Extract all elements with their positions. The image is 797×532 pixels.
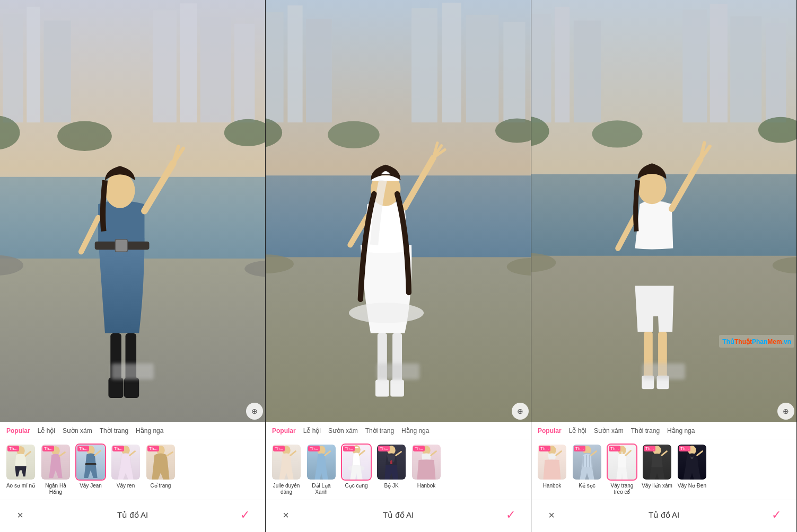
svg-line-115	[697, 451, 703, 456]
compare-button-1[interactable]: ⊕	[246, 403, 263, 420]
svg-rect-3	[43, 21, 71, 123]
panel-2: ⊕ Popular Lễ hội Sườn xám Thời trang Hằn…	[266, 0, 531, 532]
style-label-hanbok2: Hanbok	[417, 483, 435, 489]
style-item-dailua[interactable]: Th... Dải Lụa Xanh	[306, 444, 337, 495]
tab-suonxam-3[interactable]: Sườn xám	[594, 427, 624, 435]
style-item-cucung[interactable]: Th... Cục cưng	[341, 444, 372, 495]
confirm-button-1[interactable]: ✓	[235, 506, 255, 525]
panel-1: ⊕ Popular Lễ hội Sườn xám Thời trang Hằn…	[0, 0, 266, 532]
style-badge-julie: Th...	[273, 446, 285, 451]
style-item-bojk[interactable]: Th... Bộ JK	[376, 444, 407, 495]
svg-line-76	[431, 451, 436, 456]
style-item-vayjean[interactable]: Th... Váy Jean	[75, 444, 106, 495]
style-item-hanbok2[interactable]: Th... Hanbok	[411, 444, 442, 495]
photo-bg-2: ⊕	[266, 0, 531, 422]
svg-point-23	[105, 173, 135, 208]
svg-rect-6	[200, 17, 231, 122]
svg-point-9	[57, 121, 112, 151]
style-label-bojk: Bộ JK	[384, 483, 398, 489]
tab-lehoi-1[interactable]: Lễ hội	[38, 427, 55, 435]
svg-rect-78	[531, 14, 551, 122]
svg-rect-38	[266, 12, 284, 122]
svg-line-32	[95, 451, 101, 456]
style-badge-hanbok3: Th...	[539, 446, 550, 451]
style-thumb-cucung: Th...	[341, 444, 372, 481]
style-label-vayren: Váy ren	[117, 483, 135, 489]
cancel-button-1[interactable]: ×	[11, 506, 30, 525]
tab-thoitrang-2[interactable]: Thời trang	[365, 427, 394, 435]
styles-row-1: Th... Áo sơ mí nữ Th...	[0, 439, 265, 500]
tab-lehoi-3[interactable]: Lễ hội	[569, 427, 586, 435]
watermark-phan: Phan	[752, 338, 767, 345]
action-bar-1: × Tủ đồ AI ✓	[0, 500, 265, 532]
confirm-button-2[interactable]: ✓	[501, 506, 520, 525]
style-item-julie[interactable]: Th... Julie duyên dáng	[271, 444, 302, 495]
svg-rect-84	[766, 23, 786, 122]
style-thumb-hanbok3: Th...	[537, 444, 567, 481]
compare-button-2[interactable]: ⊕	[512, 403, 529, 420]
bottom-controls-1: Popular Lễ hội Sườn xám Thời trang Hằng …	[0, 422, 265, 532]
svg-line-111	[626, 451, 631, 456]
style-label-nganhahong: Ngân Hà Hồng	[40, 483, 71, 495]
svg-rect-20	[115, 240, 127, 252]
svg-rect-18	[124, 378, 139, 398]
style-item-cotrang[interactable]: Th... Cổ trang	[145, 444, 176, 495]
watermark-mem: Mem	[767, 338, 782, 345]
style-item-vaynoden[interactable]: Th... Váy Nơ Đen	[677, 444, 707, 495]
style-item-aosomi[interactable]: Th... Áo sơ mí nữ	[5, 444, 36, 495]
photo-area-1: ⊕	[0, 0, 265, 422]
category-tabs-1: Popular Lễ hội Sườn xám Thời trang Hằng …	[0, 422, 265, 439]
tab-thoitrang-3[interactable]: Thời trang	[631, 427, 660, 435]
svg-rect-5	[180, 3, 197, 122]
style-item-hanbok3[interactable]: Th... Hanbok	[537, 444, 567, 495]
tab-lehoi-2[interactable]: Lễ hội	[303, 427, 321, 435]
photo-area-2: ⊕	[266, 0, 531, 422]
bottom-controls-2: Popular Lễ hội Sườn xám Thời trang Hằng …	[266, 422, 531, 532]
cancel-button-3[interactable]: ×	[542, 506, 561, 525]
style-badge-cucung: Th...	[343, 446, 355, 451]
style-badge-nganhahong: Th...	[42, 446, 54, 451]
svg-rect-41	[411, 8, 437, 122]
style-item-vayren[interactable]: Th... Váy ren	[110, 444, 141, 495]
action-bar-3: × Tủ đồ AI ✓	[531, 500, 796, 532]
svg-rect-80	[574, 21, 601, 123]
action-bar-2: × Tủ đồ AI ✓	[266, 500, 531, 532]
tab-popular-3[interactable]: Popular	[538, 427, 562, 435]
tab-popular-2[interactable]: Popular	[272, 427, 296, 435]
tab-hangnga-2[interactable]: Hằng nga	[401, 427, 429, 435]
watermark-thu: Thủ	[722, 338, 734, 345]
tab-suonxam-2[interactable]: Sườn xám	[328, 427, 358, 435]
style-item-vaytrang[interactable]: Th... Váy trang treo cổ	[607, 444, 637, 495]
svg-rect-17	[108, 378, 123, 398]
tab-hangnga-1[interactable]: Hằng nga	[136, 427, 163, 435]
svg-rect-69	[354, 447, 358, 448]
watermark-blur-3	[643, 363, 685, 379]
style-thumb-nganhahong: Th...	[40, 444, 71, 481]
svg-rect-44	[503, 22, 525, 122]
svg-line-108	[591, 451, 597, 456]
category-tabs-3: Popular Lễ hội Sườn xám Thời trang Hằng …	[531, 422, 796, 439]
compare-button-3[interactable]: ⊕	[777, 403, 794, 420]
svg-rect-7	[234, 24, 255, 122]
style-item-kesoc[interactable]: Th... Kẻ sọc	[572, 444, 602, 495]
confirm-button-3[interactable]: ✓	[767, 506, 786, 525]
style-item-nganhahong[interactable]: Th... Ngân Hà Hồng	[40, 444, 71, 495]
tab-thoitrang-1[interactable]: Thời trang	[100, 427, 128, 435]
svg-rect-39	[287, 5, 302, 122]
style-item-vaylienxam[interactable]: Th... Váy liền xám	[642, 444, 672, 495]
tab-hangnga-3[interactable]: Hằng nga	[667, 427, 695, 435]
style-thumb-vayren: Th...	[110, 444, 141, 481]
style-thumb-vaytrang: Th...	[607, 444, 637, 481]
compare-icon-1: ⊕	[250, 406, 259, 416]
tab-suonxam-1[interactable]: Sườn xám	[63, 427, 92, 435]
style-label-cucung: Cục cưng	[345, 483, 367, 489]
styles-row-3: Th... Hanbok Th...	[531, 439, 796, 500]
style-thumb-dailua: Th...	[306, 444, 337, 481]
cancel-button-2[interactable]: ×	[276, 506, 295, 525]
style-label-dailua: Dải Lụa Xanh	[306, 483, 337, 495]
style-thumb-julie: Th...	[271, 444, 302, 481]
photo-bg-3: ThủThuậtPhanMem.vn ⊕	[531, 0, 796, 422]
photo-area-3: ThủThuậtPhanMem.vn ⊕	[531, 0, 796, 422]
tab-popular-1[interactable]: Popular	[6, 427, 30, 435]
svg-rect-54	[375, 379, 389, 396]
